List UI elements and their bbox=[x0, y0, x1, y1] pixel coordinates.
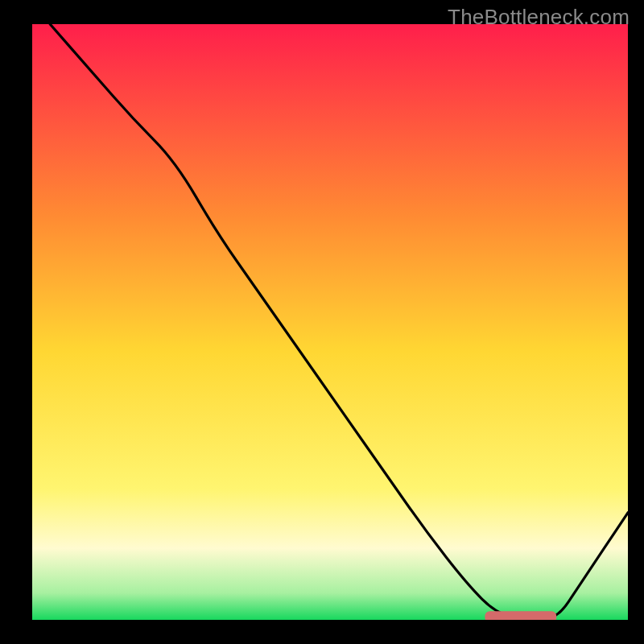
optimum-marker bbox=[485, 611, 556, 620]
curve-layer bbox=[32, 24, 628, 620]
plot-area bbox=[32, 24, 628, 620]
chart-frame: TheBottleneck.com bbox=[0, 0, 644, 644]
bottleneck-curve bbox=[50, 24, 628, 620]
